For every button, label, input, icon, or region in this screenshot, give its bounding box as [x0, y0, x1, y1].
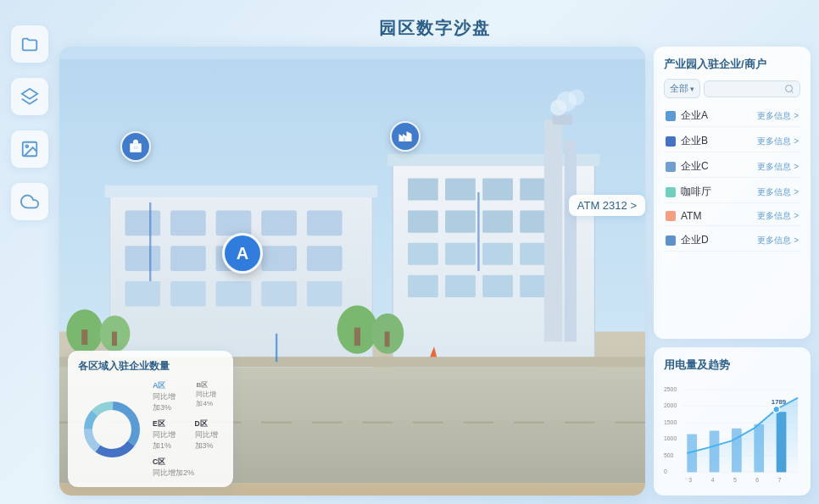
stats-label-a: A区 同比增加3%	[153, 380, 182, 413]
svg-rect-53	[112, 331, 117, 346]
enterprise-panel-title: 产业园入驻企业/商户	[664, 57, 800, 72]
svg-rect-65	[136, 146, 137, 149]
svg-text:1000: 1000	[664, 435, 677, 441]
sidebar-icon-folder[interactable]	[11, 25, 48, 63]
enterprise-name: 企业C	[681, 159, 752, 174]
map-pin-3[interactable]: A	[222, 233, 263, 274]
right-panel: 产业园入驻企业/商户 全部 ▾ 企业A 更多信息 >	[654, 47, 811, 496]
stats-panel-title: 各区域入驻企业数量	[78, 359, 223, 374]
svg-rect-45	[565, 140, 577, 341]
enterprise-color-swatch	[666, 187, 676, 197]
svg-rect-40	[445, 275, 476, 297]
svg-rect-10	[170, 211, 206, 236]
enterprise-name: 企业B	[681, 134, 752, 148]
stats-panel: 各区域入驻企业数量 A区 同比增加3%	[68, 351, 233, 487]
enterprise-item[interactable]: 企业D 更多信息 >	[664, 230, 800, 252]
page-title: 园区数字沙盘	[59, 8, 811, 47]
search-input[interactable]	[704, 80, 800, 97]
svg-rect-18	[307, 246, 343, 271]
svg-rect-27	[408, 178, 438, 200]
enterprise-item[interactable]: 咖啡厅 更多信息 >	[664, 181, 800, 203]
svg-rect-29	[482, 178, 513, 200]
svg-rect-36	[445, 243, 476, 265]
stats-labels: A区 同比增加3% B区 同比增加4% E区 同比增加1% D区 同比增加3%	[153, 380, 223, 479]
enterprise-color-swatch	[666, 136, 676, 147]
donut-chart	[78, 396, 146, 463]
svg-rect-57	[385, 331, 390, 346]
energy-panel: 用电量及趋势 2500 2000 1500 1000 500 0	[654, 347, 811, 496]
svg-rect-12	[261, 211, 297, 236]
stats-content: A区 同比增加3% B区 同比增加4% E区 同比增加1% D区 同比增加3%	[78, 380, 223, 479]
svg-rect-14	[125, 246, 160, 271]
stats-label-d: D区 同比增加3%	[195, 419, 224, 451]
svg-rect-9	[125, 211, 160, 236]
enterprise-more-link[interactable]: 更多信息 >	[757, 110, 799, 122]
svg-rect-37	[482, 243, 513, 265]
svg-point-91	[773, 406, 780, 413]
svg-rect-32	[445, 211, 476, 233]
svg-rect-46	[552, 114, 572, 125]
svg-rect-66	[404, 138, 405, 142]
svg-text:0: 0	[664, 468, 667, 474]
enterprise-color-swatch	[666, 111, 676, 121]
svg-point-67	[786, 85, 793, 91]
map-pin-1[interactable]	[120, 131, 151, 162]
svg-rect-23	[307, 281, 343, 307]
enterprise-item[interactable]: ATM 更多信息 >	[664, 207, 800, 226]
enterprise-color-swatch	[666, 211, 676, 221]
svg-rect-28	[445, 178, 476, 200]
filter-label: 全部	[670, 82, 688, 95]
svg-rect-24	[105, 186, 378, 197]
map-pin-2[interactable]	[390, 121, 421, 152]
sidebar-icon-image[interactable]	[11, 130, 48, 168]
enterprise-more-link[interactable]: 更多信息 >	[757, 235, 799, 246]
enterprise-name: ATM	[681, 210, 752, 222]
enterprise-name: 企业A	[681, 108, 752, 123]
svg-text:500: 500	[664, 452, 674, 458]
enterprise-color-swatch	[666, 235, 676, 246]
enterprise-item[interactable]: 企业B 更多信息 >	[664, 130, 800, 152]
search-bar: 全部 ▾	[664, 79, 800, 98]
svg-rect-15	[170, 246, 206, 271]
enterprise-more-link[interactable]: 更多信息 >	[757, 136, 799, 147]
filter-select[interactable]: 全部 ▾	[664, 79, 700, 98]
sidebar-icon-cloud[interactable]	[11, 183, 48, 220]
energy-panel-title: 用电量及趋势	[664, 357, 800, 373]
svg-text:4: 4	[711, 477, 715, 483]
chevron-down-icon: ▾	[690, 85, 694, 93]
svg-rect-20	[170, 281, 206, 307]
svg-point-49	[568, 90, 584, 106]
atm-callout-text: ATM 2312 >	[577, 199, 637, 212]
svg-rect-21	[216, 281, 252, 307]
svg-rect-22	[261, 281, 297, 307]
svg-text:1789: 1789	[772, 398, 787, 406]
svg-rect-44	[544, 119, 562, 341]
sidebar-icon-layers[interactable]	[11, 78, 48, 115]
enterprise-color-swatch	[666, 162, 676, 172]
atm-callout[interactable]: ATM 2312 >	[569, 195, 645, 216]
stats-label-b: B区 同比增加4%	[196, 380, 223, 413]
svg-rect-31	[408, 211, 438, 233]
energy-chart: 2500 2000 1500 1000 500 0	[664, 379, 800, 490]
enterprise-item[interactable]: 企业A 更多信息 >	[664, 105, 800, 127]
svg-marker-0	[22, 89, 37, 99]
enterprise-more-link[interactable]: 更多信息 >	[757, 161, 799, 173]
enterprise-more-link[interactable]: 更多信息 >	[757, 186, 799, 198]
sidebar	[0, 0, 59, 504]
svg-text:6: 6	[755, 477, 759, 483]
stats-label-e: E区 同比增加1%	[153, 419, 181, 451]
svg-rect-17	[261, 246, 297, 271]
svg-rect-35	[408, 243, 438, 265]
svg-rect-33	[482, 211, 513, 233]
svg-text:7: 7	[778, 477, 782, 483]
chart-area: 2500 2000 1500 1000 500 0	[664, 379, 800, 490]
svg-rect-41	[482, 275, 513, 297]
svg-text:3: 3	[688, 477, 692, 483]
svg-line-68	[791, 91, 793, 92]
enterprise-more-link[interactable]: 更多信息 >	[757, 210, 799, 222]
svg-rect-13	[307, 211, 343, 236]
stats-label-c: C区 同比增加2%	[153, 457, 223, 479]
enterprise-item[interactable]: 企业C 更多信息 >	[664, 156, 800, 178]
svg-rect-64	[134, 146, 136, 149]
svg-rect-55	[354, 328, 360, 346]
